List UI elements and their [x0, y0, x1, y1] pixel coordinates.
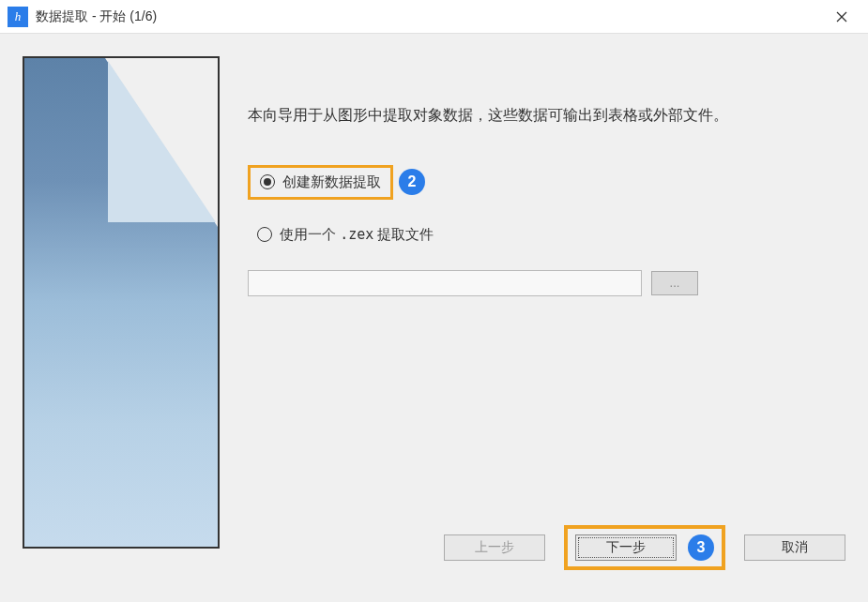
file-path-row: ... [248, 270, 845, 296]
page-curl-decoration [105, 58, 218, 227]
use-file-prefix: 使用一个 [280, 226, 340, 242]
annotation-badge-3: 3 [688, 534, 714, 561]
radio-icon [257, 227, 272, 242]
close-button[interactable] [823, 0, 860, 34]
app-icon-glyph: h [15, 9, 22, 24]
option-create-new-row: 创建新数据提取 2 [248, 165, 845, 200]
option-create-new-label: 创建新数据提取 [282, 173, 381, 191]
option-use-file-label: 使用一个 .zex 提取文件 [280, 226, 434, 244]
wizard-button-bar: 上一步 下一步 3 取消 [248, 525, 845, 579]
extraction-options: 创建新数据提取 2 使用一个 .zex 提取文件 ... [248, 165, 845, 296]
next-button-highlight: 下一步 3 [564, 525, 725, 570]
radio-selected-dot [264, 178, 271, 186]
browse-button[interactable]: ... [651, 271, 698, 295]
cancel-button[interactable]: 取消 [744, 534, 845, 561]
annotation-badge-2: 2 [399, 169, 425, 195]
window-title: 数据提取 - 开始 (1/6) [36, 8, 823, 25]
wizard-main-area: 本向导用于从图形中提取对象数据，这些数据可输出到表格或外部文件。 创建新数据提取… [248, 56, 845, 579]
option-use-file[interactable]: 使用一个 .zex 提取文件 [248, 220, 443, 249]
titlebar: h 数据提取 - 开始 (1/6) [0, 0, 868, 34]
wizard-preview-image [23, 56, 220, 549]
close-icon [836, 11, 847, 23]
option-create-new[interactable]: 创建新数据提取 [248, 165, 393, 200]
option-use-file-row: 使用一个 .zex 提取文件 [248, 220, 845, 249]
file-path-input [248, 270, 642, 296]
radio-icon [260, 174, 275, 189]
use-file-suffix: 提取文件 [373, 226, 434, 242]
app-icon: h [8, 7, 28, 27]
dialog-content: 本向导用于从图形中提取对象数据，这些数据可输出到表格或外部文件。 创建新数据提取… [0, 34, 868, 602]
use-file-ext: .zex [340, 226, 373, 243]
next-button[interactable]: 下一步 [575, 534, 677, 561]
prev-button: 上一步 [444, 534, 545, 561]
intro-text: 本向导用于从图形中提取对象数据，这些数据可输出到表格或外部文件。 [248, 103, 845, 128]
